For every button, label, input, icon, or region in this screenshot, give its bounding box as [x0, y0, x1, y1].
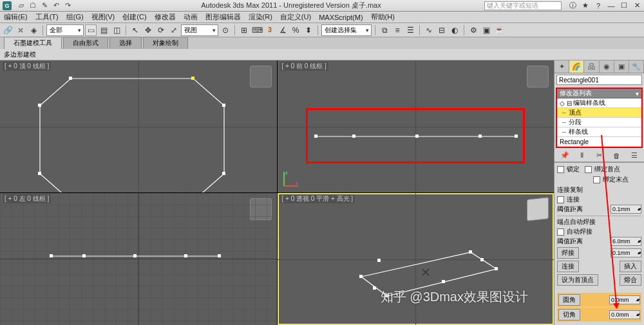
- unlink-icon[interactable]: ⤫: [15, 24, 26, 36]
- makefirst-button[interactable]: 设为首顶点: [557, 274, 598, 286]
- keyboard-icon[interactable]: ⌨: [251, 24, 263, 36]
- info-icon[interactable]: ⓘ: [568, 1, 577, 10]
- show-result-icon[interactable]: Ⅱ: [577, 151, 587, 161]
- app-logo-icon[interactable]: G: [3, 1, 12, 10]
- curve-editor-icon[interactable]: ∿: [423, 24, 435, 36]
- move-icon[interactable]: ✥: [142, 24, 154, 36]
- lock-checkbox[interactable]: [557, 166, 564, 173]
- tab-create-icon[interactable]: ✦: [554, 60, 569, 73]
- tab-freeform[interactable]: 自由形式: [63, 37, 108, 49]
- weldthresh-spinner[interactable]: 6.0mm: [611, 237, 641, 246]
- star-icon[interactable]: ★: [581, 1, 590, 10]
- select-region-icon[interactable]: ◫: [111, 24, 122, 36]
- viewport-top[interactable]: [ + 0 顶 0 线框 ]: [0, 60, 277, 192]
- snap2d-icon[interactable]: 3: [264, 24, 276, 36]
- menu-tools[interactable]: 工具(T): [35, 12, 59, 22]
- link-icon[interactable]: 🔗: [2, 24, 14, 36]
- menu-modifiers[interactable]: 修改器: [155, 12, 176, 22]
- make-unique-icon[interactable]: ✂: [594, 151, 605, 161]
- mirror-icon[interactable]: ⧉: [379, 24, 390, 36]
- modifier-list-combo[interactable]: 修改器列表: [557, 89, 641, 98]
- anglesnap-icon[interactable]: ∡: [277, 24, 289, 36]
- menu-create[interactable]: 创建(C): [122, 12, 146, 22]
- percentsnap-icon[interactable]: %: [290, 24, 301, 36]
- minimize-icon[interactable]: —: [607, 1, 616, 10]
- menu-help[interactable]: 帮助(H): [371, 12, 395, 22]
- tab-graphite[interactable]: 石墨建模工具: [4, 37, 62, 49]
- help-search-input[interactable]: 键入关键字或短语: [484, 1, 562, 10]
- stack-base-rectangle[interactable]: Rectangle: [557, 137, 641, 147]
- connect-button[interactable]: 连接: [557, 261, 579, 272]
- viewport-front[interactable]: [ + 0 前 0 线框 ] zx: [278, 60, 554, 192]
- viewport-label[interactable]: [ + 0 前 0 线框 ]: [280, 62, 328, 71]
- weld-spinner[interactable]: 0.1mm: [611, 248, 641, 257]
- save-icon[interactable]: ✎: [40, 1, 49, 10]
- insert-button[interactable]: 插入: [620, 261, 641, 272]
- viewport-perspective[interactable]: [ + 0 透视 0 平滑 + 高光 ]: [278, 193, 554, 325]
- autoweld-checkbox[interactable]: [557, 228, 564, 236]
- viewport-label[interactable]: [ + 0 左 0 线框 ]: [3, 194, 51, 203]
- menu-group[interactable]: 组(G): [66, 12, 84, 22]
- menu-views[interactable]: 视图(V): [91, 12, 115, 22]
- weld-button[interactable]: 焊接: [557, 247, 579, 259]
- manip-icon[interactable]: ⊞: [238, 24, 250, 36]
- menu-customize[interactable]: 自定义(U): [280, 12, 311, 22]
- fuse-button[interactable]: 熔合: [620, 274, 641, 286]
- redo-icon[interactable]: ↷: [63, 1, 72, 10]
- tab-display-icon[interactable]: ▣: [614, 60, 629, 73]
- select-name-icon[interactable]: ▤: [98, 24, 109, 36]
- schematic-icon[interactable]: ⊟: [436, 24, 448, 36]
- bind-icon[interactable]: ◈: [28, 24, 39, 36]
- spinnersnap-icon[interactable]: ⬍: [303, 24, 314, 36]
- viewport-left[interactable]: [ + 0 左 0 线框 ]: [0, 193, 277, 325]
- render-setup-icon[interactable]: ⚙: [468, 24, 479, 36]
- menu-maxscript[interactable]: MAXScript(M): [319, 14, 363, 21]
- stack-sub-vertex[interactable]: 顶点: [557, 108, 641, 118]
- named-selset-combo[interactable]: 创建选择集: [321, 24, 372, 36]
- select-icon[interactable]: ▭: [85, 24, 97, 36]
- chamfer-spinner[interactable]: 0.0mm: [609, 310, 640, 319]
- rotate-icon[interactable]: ⟳: [155, 24, 167, 36]
- tab-hierarchy-icon[interactable]: 品: [584, 60, 599, 73]
- render-frame-icon[interactable]: ▣: [480, 24, 492, 36]
- configure-icon[interactable]: ☰: [629, 151, 639, 161]
- undo-icon[interactable]: ↶: [52, 1, 61, 10]
- layers-icon[interactable]: ☰: [404, 24, 416, 36]
- render-icon[interactable]: ☕: [493, 24, 505, 36]
- chamfer-button[interactable]: 切角: [558, 309, 580, 320]
- tab-utilities-icon[interactable]: 🔧: [629, 60, 644, 73]
- bindlast-checkbox[interactable]: [593, 176, 600, 183]
- menu-rendering[interactable]: 渲染(R): [249, 12, 272, 22]
- remove-mod-icon[interactable]: 🗑: [612, 151, 622, 161]
- select-object-icon[interactable]: ↖: [129, 24, 141, 36]
- fillet-button[interactable]: 圆角: [558, 294, 580, 306]
- pin-stack-icon[interactable]: 📌: [560, 151, 570, 161]
- threshold-spinner[interactable]: 0.1mm: [611, 205, 641, 214]
- viewport-label[interactable]: [ + 0 顶 0 线框 ]: [3, 62, 51, 71]
- fillet-spinner[interactable]: 0.0mm: [609, 295, 640, 304]
- stack-sub-spline[interactable]: 样条线: [557, 127, 641, 137]
- refcoord-combo[interactable]: 视图: [181, 24, 218, 36]
- tab-selection[interactable]: 选择: [109, 37, 142, 49]
- scale-icon[interactable]: ⤢: [168, 24, 180, 36]
- menu-animation[interactable]: 动画: [184, 12, 198, 22]
- connect-checkbox[interactable]: [557, 196, 564, 203]
- help-icon[interactable]: ?: [594, 1, 603, 10]
- tab-motion-icon[interactable]: ◉: [600, 60, 614, 73]
- close-icon[interactable]: ✕: [632, 1, 641, 10]
- menu-edit[interactable]: 编辑(E): [4, 12, 28, 22]
- open-icon[interactable]: ☖: [28, 1, 37, 10]
- tab-objectpaint[interactable]: 对象绘制: [143, 37, 188, 49]
- material-icon[interactable]: ◐: [449, 24, 460, 36]
- align-icon[interactable]: ≡: [392, 24, 403, 36]
- object-name-input[interactable]: [556, 75, 642, 85]
- stack-edit-spline[interactable]: ◇ ⊟ 编辑样条线: [557, 98, 641, 108]
- maximize-icon[interactable]: ☐: [620, 1, 629, 10]
- selection-filter-combo[interactable]: 全部: [46, 24, 84, 36]
- menu-grapheditors[interactable]: 图形编辑器: [205, 12, 241, 22]
- tab-modify-icon[interactable]: 🌈: [569, 60, 584, 73]
- new-icon[interactable]: ▱: [17, 1, 26, 10]
- bindfirst-checkbox[interactable]: [585, 166, 592, 173]
- viewport-label[interactable]: [ + 0 透视 0 平滑 + 高光 ]: [280, 194, 355, 203]
- stack-sub-segment[interactable]: 分段: [557, 118, 641, 127]
